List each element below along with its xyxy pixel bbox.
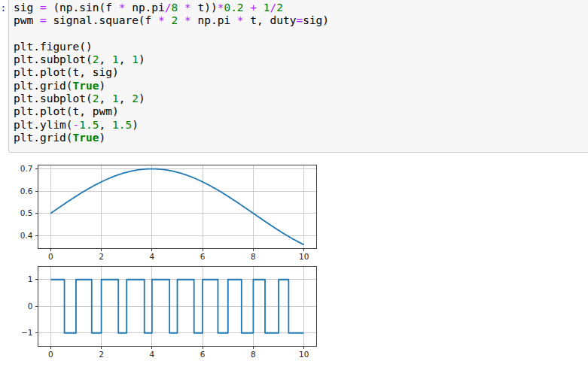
code-line: plt.subplot(2, 1, 1)	[14, 53, 588, 66]
code-line: plt.grid(True)	[14, 132, 588, 144]
axes-background	[38, 165, 317, 249]
x-tick-label: 4	[150, 350, 155, 359]
code-line: plt.plot(t, pwm)	[14, 105, 588, 118]
code-line: plt.ylim(-1.5, 1.5)	[14, 119, 588, 132]
code-editor[interactable]: sig = (np.sin(f * np.pi/8 * t))*0.2 + 1/…	[14, 2, 588, 144]
x-tick-label: 2	[99, 252, 104, 261]
code-line: plt.grid(True)	[14, 80, 588, 92]
x-tick-label: 2	[99, 350, 104, 359]
y-tick-label: 1	[28, 274, 33, 284]
y-tick-label: 0.6	[20, 187, 33, 196]
output-area: 02468100.40.50.60.70246810−101	[11, 159, 328, 370]
code-cell-box[interactable]: sig = (np.sin(f * np.pi/8 * t))*0.2 + 1/…	[8, 0, 588, 153]
y-tick-label: −1	[21, 328, 32, 337]
x-tick-label: 10	[299, 252, 309, 261]
x-tick-label: 6	[200, 252, 206, 261]
matplotlib-figure: 02468100.40.50.60.70246810−101	[11, 159, 328, 370]
code-line: plt.figure()	[14, 41, 588, 53]
y-tick-label: 0	[28, 302, 33, 311]
x-tick-label: 4	[150, 252, 155, 261]
subplot-2: 0246810−101	[21, 266, 316, 359]
subplot-1: 02468100.40.50.60.7	[20, 164, 317, 260]
code-line: plt.plot(t, sig)	[14, 66, 588, 79]
y-tick-label: 0.4	[20, 231, 33, 240]
x-tick-label: 10	[299, 350, 309, 359]
code-line	[14, 28, 588, 41]
x-tick-label: 0	[48, 252, 53, 261]
y-tick-label: 0.7	[20, 164, 33, 173]
code-line: plt.subplot(2, 1, 2)	[14, 92, 588, 105]
code-line: pwm = signal.square(f * 2 * np.pi * t, d…	[14, 14, 588, 27]
input-prompt: :	[0, 2, 7, 14]
x-tick-label: 6	[200, 350, 206, 359]
y-tick-label: 0.5	[20, 208, 33, 217]
x-tick-label: 8	[251, 350, 256, 359]
x-tick-label: 8	[251, 252, 256, 261]
x-tick-label: 0	[48, 350, 53, 359]
code-line: sig = (np.sin(f * np.pi/8 * t))*0.2 + 1/…	[14, 2, 588, 14]
